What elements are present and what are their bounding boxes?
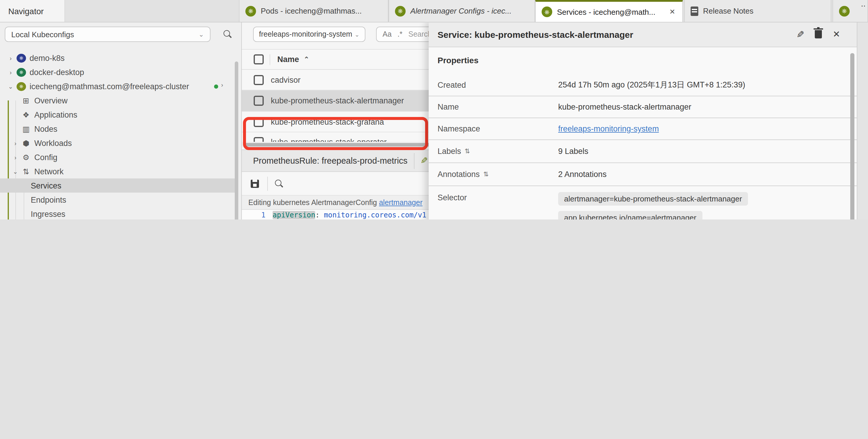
sidebar-item-overview[interactable]: ⊞Overview: [0, 93, 238, 107]
match-case-icon[interactable]: Aa: [382, 30, 392, 38]
drawer-row-annotations: Annotations⇅2 Annotations: [429, 163, 857, 186]
sidebar-item-label: docker-desktop: [30, 68, 84, 76]
service-name-cell: cadvisor: [271, 75, 301, 84]
namespace-select-value: freeleaps-monitoring-system: [259, 30, 352, 38]
chevron-right-icon[interactable]: ›: [12, 154, 19, 160]
namespace-link[interactable]: freeleaps-monitoring-system: [558, 124, 659, 133]
chevron-down-icon: ⌄: [354, 31, 360, 37]
kubeconfig-select[interactable]: Local Kubeconfigs ⌄: [5, 27, 211, 42]
section-header-properties: Properties: [429, 54, 857, 74]
sidebar-item-docker-desktop[interactable]: ›⎈docker-desktop: [0, 65, 238, 79]
sidebar-item-ingresses[interactable]: Ingresses: [0, 207, 238, 220]
edit-pencil-icon[interactable]: ✎: [421, 156, 428, 166]
sidebar-item-icecheng-mathmast-com-freeleaps-cluster[interactable]: ⌄⎈icecheng@mathmast.com@freeleaps-cluste…: [0, 79, 238, 93]
row-value: 2 Annotations: [558, 170, 607, 179]
service-details-drawer: Service: kube-prometheus-stack-alertmana…: [429, 22, 857, 220]
network-icon: ⇅: [21, 167, 31, 176]
row-label-text: Labels: [438, 147, 461, 156]
drawer-row-namespace: Namespacefreeleaps-monitoring-system: [429, 118, 857, 140]
drawer-row-created: Created254d 17h 50m ago (2025年1月13日 GMT+…: [429, 74, 857, 96]
tab-Alertmanager Configs - icec...[interactable]: ⎈Alertmanager Configs - icec...: [389, 0, 535, 22]
nodes-icon: ▥: [21, 124, 31, 133]
sidebar-item-label: Config: [34, 153, 57, 162]
trash-icon[interactable]: [815, 30, 822, 38]
tab-Pods - icecheng@mathmas...[interactable]: ⎈Pods - icecheng@mathmas...: [239, 0, 389, 22]
sidebar-item-nodes[interactable]: ▥Nodes: [0, 122, 238, 136]
chevron-down-icon[interactable]: ⌄: [7, 83, 14, 90]
select-all-checkbox[interactable]: [254, 54, 264, 64]
dock-tab-title: PrometheusRule: freepeals-prod-metrics: [253, 156, 407, 165]
sidebar-item-config[interactable]: ›⚙Config: [0, 150, 238, 164]
tab-Services - icecheng@math...[interactable]: ⎈Services - icecheng@math...✕: [535, 0, 683, 22]
sidebar-item-workloads[interactable]: ›⬢Workloads: [0, 136, 238, 150]
kubernetes-icon: ⎈: [395, 6, 406, 16]
kubernetes-icon: ⎈: [839, 6, 850, 16]
chevron-right-icon[interactable]: ›: [12, 140, 19, 146]
tab-label: Alertmanager Configs - icec...: [410, 6, 512, 15]
navigator-title: Navigator: [8, 6, 44, 16]
value-badge: alertmanager=kube-prometheus-stack-alert…: [558, 192, 748, 206]
edit-pencil-icon[interactable]: ✎: [797, 29, 804, 40]
row-label-text: Created: [438, 81, 466, 90]
sidebar-item-demo-k8s[interactable]: ›⎈demo-k8s: [0, 51, 238, 65]
namespace-select[interactable]: freeleaps-monitoring-system ⌄: [253, 27, 365, 42]
sidebar-item-applications[interactable]: ❖Applications: [0, 107, 238, 122]
row-label: Name: [438, 103, 459, 111]
row-value: kube-prometheus-stack-alertmanager: [558, 103, 691, 111]
search-placeholder: Search: [408, 30, 432, 38]
lens-app: Navigator ⎈Pods - icecheng@mathmas...⎈Al…: [0, 0, 868, 220]
badges-column: alertmanager=kube-prometheus-stack-alert…: [558, 192, 748, 220]
drawer-body: PropertiesCreated254d 17h 50m ago (2025年…: [429, 47, 857, 220]
sidebar-item-network[interactable]: ⌄⇅Network: [0, 164, 238, 178]
row-value: 254d 17h 50m ago (2025年1月13日 GMT+8 1:25:…: [558, 80, 745, 91]
row-label: Selector: [438, 193, 467, 202]
row-label: Namespace: [438, 124, 480, 133]
navigator-panel-tab[interactable]: Navigator: [0, 0, 65, 22]
row-checkbox[interactable]: [254, 75, 264, 85]
drawer-scrollbar[interactable]: [850, 53, 855, 220]
code-text: apiVersion: monitoring.coreos.com/v1: [273, 210, 426, 220]
release-notes-icon: [691, 6, 698, 16]
search-icon[interactable]: [223, 30, 231, 38]
row-label-text: Selector: [438, 193, 467, 202]
sidebar-item-services[interactable]: Services: [0, 178, 238, 193]
row-checkbox[interactable]: [254, 96, 264, 106]
close-icon[interactable]: ✕: [668, 8, 676, 16]
service-name-cell: kube-prometheus-stack-alertmanager: [271, 96, 404, 105]
row-value: 9 Labels: [558, 147, 588, 156]
save-icon[interactable]: [251, 179, 259, 188]
overview-icon: ⊞: [21, 96, 31, 105]
name-column-header[interactable]: Name: [277, 55, 299, 64]
expander-icon[interactable]: ⇅: [484, 170, 489, 178]
sidebar-scrollbar[interactable]: [235, 62, 238, 220]
sort-ascending-icon[interactable]: ⌃: [304, 56, 309, 63]
code-token: apiVersion: [273, 211, 315, 219]
chevron-right-icon[interactable]: ›: [7, 55, 14, 61]
chevron-right-icon[interactable]: ›: [221, 81, 223, 88]
value-badge: app.kubernetes.io/name=alertmanager: [558, 211, 702, 220]
editor-search-icon[interactable]: [275, 180, 283, 187]
sidebar-item-label: Ingresses: [31, 209, 65, 218]
tab-label: Services - icecheng@math...: [557, 7, 655, 16]
sidebar-item-label: icecheng@mathmast.com@freeleaps-cluster: [30, 82, 189, 91]
sidebar-item-endpoints[interactable]: Endpoints: [0, 193, 238, 207]
drawer-row-name: Namekube-prometheus-stack-alertmanager: [429, 96, 857, 118]
right-edge-strip: ‹ ⚠: [857, 22, 868, 220]
chevron-down-icon[interactable]: ⌄: [12, 168, 19, 175]
row-checkbox[interactable]: [254, 117, 264, 127]
cluster-connected-dot: [214, 85, 218, 89]
regex-icon[interactable]: .*: [398, 30, 403, 38]
chevron-right-icon[interactable]: ›: [7, 69, 14, 75]
tab-Release Notes[interactable]: Release Notes: [684, 0, 831, 22]
sidebar-item-label: Network: [34, 167, 64, 176]
editing-banner-text: Editing kubernetes AlertmanagerConfig al…: [248, 198, 423, 206]
kubeconfig-select-value: Local Kubeconfigs: [11, 30, 74, 39]
tab-label: Release Notes: [703, 6, 753, 15]
row-label: Annotations⇅: [438, 170, 489, 179]
line-number: 1: [242, 210, 273, 220]
alertmanager-config-link[interactable]: alertmanager: [379, 198, 423, 206]
close-icon[interactable]: ✕: [833, 29, 840, 40]
column-divider: [270, 54, 270, 65]
sidebar-item-label: demo-k8s: [30, 54, 65, 62]
expander-icon[interactable]: ⇅: [465, 147, 470, 155]
